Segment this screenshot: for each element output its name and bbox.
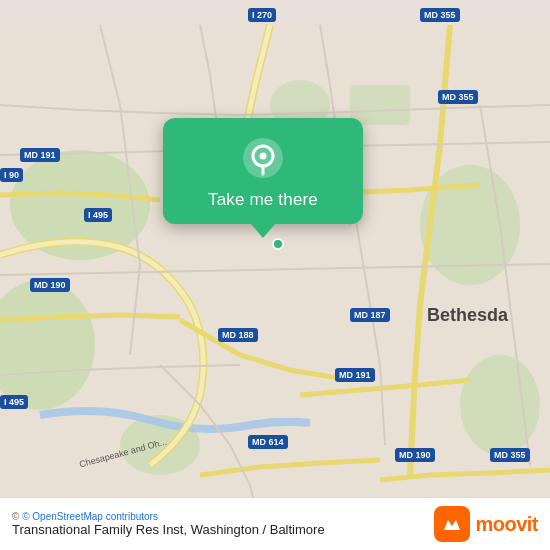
- svg-point-10: [260, 153, 267, 160]
- copyright-symbol: ©: [12, 511, 22, 522]
- moovit-text: moovit: [475, 513, 538, 536]
- svg-rect-7: [350, 85, 410, 125]
- svg-point-5: [460, 355, 540, 455]
- road-shield: I 90: [0, 168, 23, 182]
- location-name: Transnational Family Res Inst, Washingto…: [12, 522, 325, 537]
- road-shield: I 270: [248, 8, 276, 22]
- moovit-logo: moovit: [434, 506, 538, 542]
- road-shield: I 495: [84, 208, 112, 222]
- location-dot: [272, 238, 284, 250]
- road-shield: MD 187: [350, 308, 390, 322]
- location-popup: Take me there: [163, 118, 363, 224]
- road-shield: MD 355: [420, 8, 460, 22]
- road-shield: MD 191: [20, 148, 60, 162]
- moovit-icon: [434, 506, 470, 542]
- road-shield: MD 188: [218, 328, 258, 342]
- attribution: © © OpenStreetMap contributors: [12, 511, 325, 522]
- osm-link[interactable]: © OpenStreetMap contributors: [22, 511, 158, 522]
- map-container: I 270MD 355MD 355MD 191MD 187I 495I 495M…: [0, 0, 550, 550]
- road-shield: MD 355: [490, 448, 530, 462]
- take-me-there-button[interactable]: Take me there: [208, 190, 318, 210]
- road-shield: MD 190: [30, 278, 70, 292]
- road-shield: MD 355: [438, 90, 478, 104]
- bethesda-label: Bethesda: [427, 305, 508, 326]
- road-shield: I 495: [0, 395, 28, 409]
- bottom-info: © © OpenStreetMap contributors Transnati…: [12, 511, 325, 537]
- pin-icon: [241, 136, 285, 180]
- road-shield: MD 191: [335, 368, 375, 382]
- road-shield: MD 614: [248, 435, 288, 449]
- bottom-bar: © © OpenStreetMap contributors Transnati…: [0, 497, 550, 550]
- road-shield: MD 190: [395, 448, 435, 462]
